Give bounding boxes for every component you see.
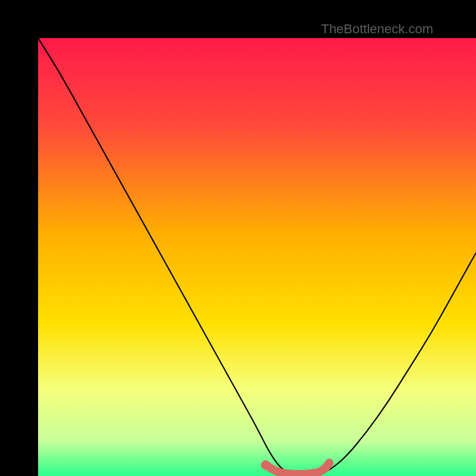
gradient-background [38, 38, 476, 476]
optimal-band-start-dot [261, 461, 271, 470]
watermark-text: TheBottleneck.com [321, 21, 433, 37]
chart-frame: TheBottleneck.com [0, 0, 476, 476]
chart-svg [38, 38, 476, 476]
plot-area [38, 38, 476, 476]
